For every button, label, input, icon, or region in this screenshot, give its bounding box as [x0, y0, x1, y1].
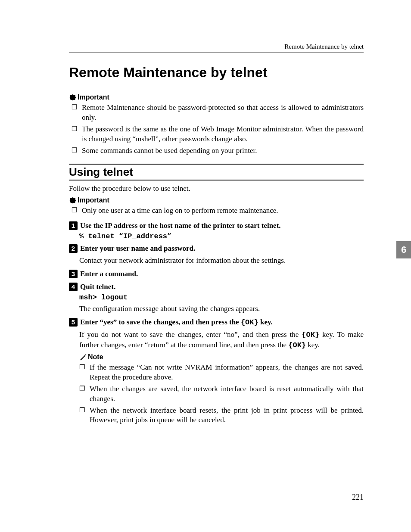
ok-key: {OK} — [302, 331, 319, 339]
ok-key: {OK} — [241, 318, 258, 327]
step-4-text: Quit telnet. — [80, 282, 115, 292]
step-4: 4 Quit telnet. — [69, 282, 364, 292]
note-heading: Note — [69, 353, 364, 361]
step-2: 2 Enter your user name and password. — [69, 244, 364, 253]
list-item: Only one user at a time can log on to pe… — [69, 206, 364, 216]
note-list: If the message “Can not write NVRAM info… — [69, 363, 364, 426]
list-item: If the message “Can not write NVRAM info… — [69, 363, 364, 383]
step-number-icon: 2 — [69, 244, 78, 253]
page-title: Remote Maintenance by telnet — [69, 65, 364, 81]
section-heading-using-telnet: Using telnet — [69, 165, 364, 179]
important-heading: Important — [69, 93, 364, 101]
step-3: 3 Enter a command. — [69, 269, 364, 279]
list-item: Some commands cannot be used depending o… — [69, 146, 364, 156]
step-3-text: Enter a command. — [80, 269, 138, 279]
step-5-text: Enter “yes” to save the changes, and the… — [80, 317, 273, 327]
ok-key: {OK} — [288, 341, 306, 349]
list-item: The password is the same as the one of W… — [69, 124, 364, 144]
step-2-text: Enter your user name and password. — [80, 244, 195, 253]
step-5-body: If you do not want to save the changes, … — [69, 330, 364, 351]
intro-important-list: Remote Maintenance should be password-pr… — [69, 103, 364, 156]
step-number-icon: 3 — [69, 270, 78, 278]
section-rule-top — [69, 164, 364, 165]
section1-important-list: Only one user at a time can log on to pe… — [69, 206, 364, 216]
command-telnet: % telnet “IP_address” — [69, 232, 364, 240]
important-label: Important — [78, 93, 109, 101]
step-number-icon: 5 — [69, 318, 78, 327]
step-5: 5 Enter “yes” to save the changes, and t… — [69, 317, 364, 327]
important-label: Important — [78, 196, 109, 204]
step-1: 1 Use the IP address or the host name of… — [69, 221, 364, 230]
command-logout: msh> logout — [69, 293, 364, 302]
step-2-body: Contact your network administrator for i… — [69, 256, 364, 266]
note-label: Note — [88, 353, 103, 361]
chapter-tab: 6 — [396, 241, 411, 258]
important-icon — [69, 93, 77, 101]
list-item: When the network interface board resets,… — [69, 406, 364, 426]
page-number: 221 — [352, 493, 364, 502]
step-4-body: The configuration message about saving t… — [69, 304, 364, 314]
step-1-text: Use the IP address or the host name of t… — [80, 221, 281, 230]
step-number-icon: 1 — [69, 221, 78, 230]
important-heading-2: Important — [69, 196, 364, 204]
important-icon — [69, 196, 77, 204]
section-intro: Follow the procedure below to use telnet… — [69, 184, 364, 194]
list-item: When the changes are saved, the network … — [69, 384, 364, 404]
list-item: Remote Maintenance should be password-pr… — [69, 103, 364, 123]
note-icon — [79, 353, 87, 361]
section-rule-bottom — [69, 180, 364, 180]
step-number-icon: 4 — [69, 283, 78, 291]
running-head: Remote Maintenance by telnet — [284, 43, 364, 50]
header-rule — [69, 53, 364, 53]
